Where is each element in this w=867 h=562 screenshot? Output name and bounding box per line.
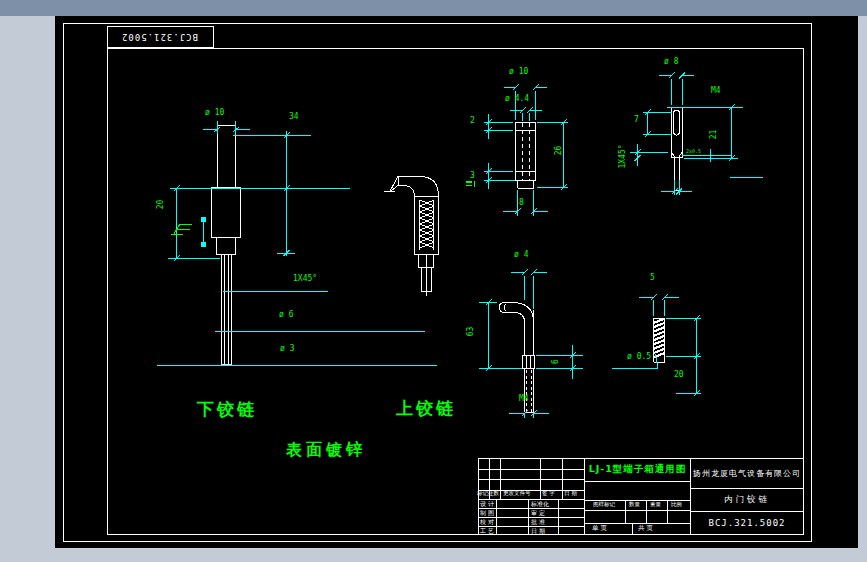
dim-f3-diameter10: ø 10 — [509, 67, 528, 76]
dim-f6-width5: 5 — [650, 273, 655, 282]
dim-f3-height26: 26 — [554, 146, 563, 156]
figure-upper-hinge-pictorial — [384, 177, 475, 297]
figure-threaded-pin — [630, 73, 763, 196]
surface-finish-mark — [171, 224, 192, 234]
frame-stamp-text: BCJ.321.5002 — [121, 32, 198, 42]
figure-lower-hinge — [157, 121, 437, 366]
screenshot-root: { "colors": { "surround": "#c3cbd7", "to… — [0, 0, 867, 562]
role-process: 工 艺 — [480, 528, 494, 534]
titleblock-part-name-cell: 内门铰链 — [691, 489, 803, 511]
page-single-label: 单 页 — [592, 525, 607, 532]
dim-f4-diameter8: ø 8 — [664, 57, 678, 66]
dim-f5-diameter4: ø 4 — [514, 250, 528, 259]
dim-f3-thickness3: 3 — [470, 171, 475, 180]
drawing-number: BCJ.321.5002 — [708, 518, 785, 528]
rev-header-docno: 更改文件号 — [503, 491, 531, 497]
role-check: 校 对 — [480, 519, 494, 525]
dim-f1-length34: 34 — [289, 112, 299, 121]
dim-f4-groove: 2x0.5 — [686, 148, 701, 154]
dim-f4-thread-m4: M4 — [711, 86, 721, 95]
page-total-label: 共 页 — [638, 525, 653, 532]
spec-header-drawing-mark: 图样标记 — [593, 502, 615, 508]
dim-f1-diameter3: ø 3 — [280, 344, 294, 353]
spec-header-weight: 重量 — [650, 502, 661, 508]
company-name: 扬州龙厦电气设备有限公司 — [693, 468, 801, 479]
dim-f3-diameter44: ø 4.4 — [505, 94, 529, 103]
dim-f5-height6: 6 — [551, 359, 560, 364]
role-standardize: 标准化 — [531, 501, 549, 507]
dim-f4-chamfer: 1X45° — [618, 144, 627, 168]
role-draft: 制 图 — [480, 510, 494, 516]
dim-f4-height21: 21 — [709, 130, 718, 140]
spec-header-quantity: 数量 — [629, 502, 640, 508]
dim-f6-wire-diameter: ø 0.5 — [627, 352, 651, 361]
caption-lower-hinge: 下铰链 — [197, 401, 257, 418]
dim-f1-diameter6: ø 6 — [279, 310, 293, 319]
role-design: 设 计 — [480, 501, 494, 507]
rev-header-signature: 签 字 — [542, 491, 555, 497]
dim-f5-thread-m4: M4 — [519, 394, 529, 403]
dim-f1-diameter10: ø 10 — [205, 108, 224, 117]
spec-header-scale: 比例 — [671, 502, 682, 508]
part-name: 内门铰链 — [724, 494, 770, 506]
role-approve-review: 审 定 — [531, 510, 545, 516]
drawing-title: LJ-1型端子箱通用图 — [589, 463, 687, 476]
rev-header-mark: 标记处数 — [477, 491, 499, 497]
dim-f4-depth7: 7 — [634, 115, 639, 124]
dim-f1-chamfer: 1X45° — [293, 274, 317, 283]
figure-hook-pin — [479, 270, 583, 419]
dim-f3-thickness2: 2 — [470, 116, 475, 125]
caption-upper-hinge: 上铰链 — [396, 400, 456, 417]
role-ratify: 批 准 — [531, 519, 545, 525]
titleblock-company-cell: 扬州龙厦电气设备有限公司 — [691, 459, 803, 487]
titleblock-drawing-no-cell: BCJ.321.5002 — [691, 512, 803, 533]
role-date: 日 期 — [531, 528, 545, 534]
frame-stamp-box: BCJ.321.5002 — [107, 26, 213, 48]
dim-f1-length20: 20 — [156, 200, 165, 210]
titleblock-drawing-title-cell: LJ-1型端子箱通用图 — [585, 459, 690, 480]
small-green-mark — [466, 181, 475, 187]
dim-f5-height63: 63 — [466, 327, 475, 337]
figure-spring-detail — [612, 295, 701, 397]
caption-finish-note: 表面镀锌 — [286, 442, 366, 458]
rev-header-date: 日 期 — [564, 491, 577, 497]
dim-f6-height20: 20 — [674, 370, 684, 379]
dim-f3-width8: 8 — [519, 198, 524, 207]
